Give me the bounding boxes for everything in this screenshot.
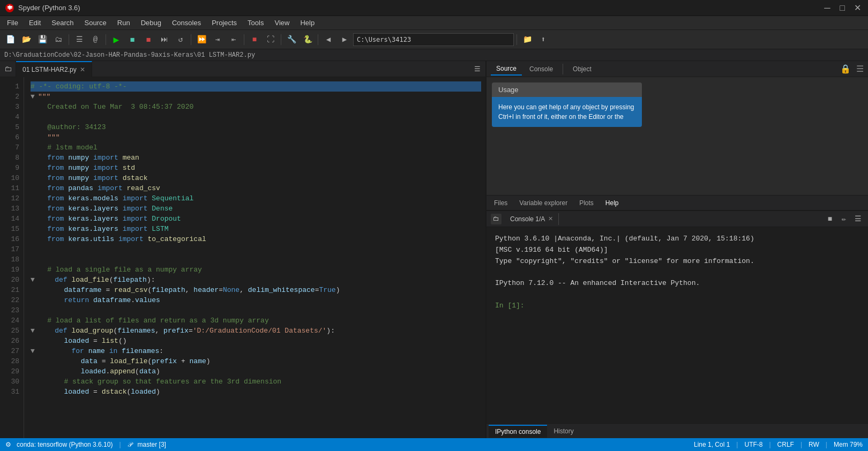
status-memory: Mem 79%: [834, 441, 863, 448]
help-menu-icon[interactable]: ☰: [856, 64, 864, 74]
tab-folder-icon: 🗀: [0, 61, 16, 77]
status-sep-3: |: [769, 441, 770, 448]
titlebar-left: 🕷 Spyder (Python 3.6): [5, 4, 80, 12]
toolbar-sep-7: [517, 34, 517, 45]
tab-menu-button[interactable]: ☰: [469, 61, 485, 77]
menu-run[interactable]: Run: [113, 18, 134, 28]
editor-panel: 🗀 01 LSTM-HAR2.py ✕ ☰ 12345 678910 11121…: [0, 61, 487, 438]
fullscreen-button[interactable]: ⛶: [263, 32, 278, 47]
menu-edit[interactable]: Edit: [25, 18, 45, 28]
statusbar: ⚙ conda: tensorflow (Python 3.6.10) | 𝒫 …: [0, 438, 868, 451]
status-git-icon: 𝒫: [128, 441, 132, 448]
usage-title: Usage: [492, 82, 642, 97]
help-tabs-sep: [563, 64, 563, 74]
status-encoding: UTF-8: [744, 441, 762, 448]
menu-consoles[interactable]: Consoles: [168, 18, 205, 28]
toolbar-sep-5: [281, 34, 281, 45]
help-panel: Source Console Object 🔒 ☰ Usage Here you…: [487, 61, 868, 211]
main-area: 🗀 01 LSTM-HAR2.py ✕ ☰ 12345 678910 11121…: [0, 61, 868, 438]
menu-debug[interactable]: Debug: [137, 18, 166, 28]
help-bottom-tabs: Files Variable explorer Plots Help: [487, 195, 868, 210]
titlebar: 🕷 Spyder (Python 3.6) ─ □ ✕: [0, 0, 868, 16]
help-lock-icon[interactable]: 🔒: [840, 64, 851, 74]
status-gear-icon: ⚙: [5, 441, 11, 448]
toolbar-sep-4: [244, 34, 244, 45]
step-button[interactable]: ⏭: [157, 32, 172, 47]
save-all-button[interactable]: 🗂: [51, 32, 66, 47]
console-icons: ■ ✏ ☰: [824, 213, 864, 225]
restart-button[interactable]: ↺: [173, 32, 188, 47]
console-stop-icon[interactable]: ■: [824, 213, 836, 225]
console-prompt: In [1]:: [495, 302, 525, 310]
at-button[interactable]: @: [88, 32, 103, 47]
cbt-ipython[interactable]: IPython console: [489, 425, 547, 438]
minimize-button[interactable]: ─: [822, 3, 833, 13]
wrench-button[interactable]: 🔧: [284, 32, 299, 47]
maximize-button[interactable]: □: [837, 3, 848, 13]
status-line-ending: CRLF: [777, 441, 794, 448]
menu-help[interactable]: Help: [296, 18, 319, 28]
back-button[interactable]: ◀: [321, 32, 336, 47]
status-sep-5: |: [826, 441, 827, 448]
titlebar-controls: ─ □ ✕: [822, 3, 863, 13]
indent-button[interactable]: ⇥: [210, 32, 225, 47]
hbt-plots[interactable]: Plots: [574, 198, 599, 208]
console-menu-icon[interactable]: ☰: [852, 213, 864, 225]
list-button[interactable]: ☰: [72, 32, 87, 47]
next-button[interactable]: ⏩: [194, 32, 209, 47]
help-tab-console[interactable]: Console: [524, 63, 558, 75]
run-current-button[interactable]: ◼: [141, 32, 156, 47]
editor-tabs: 🗀 01 LSTM-HAR2.py ✕ ☰: [0, 61, 485, 77]
tab-close-button[interactable]: ✕: [80, 66, 85, 73]
usage-box: Usage Here you can get help of any objec…: [492, 82, 642, 127]
code-content[interactable]: # -*- coding: utf-8 -*- ▼""" Created on …: [24, 77, 485, 438]
menu-tools[interactable]: Tools: [243, 18, 268, 28]
run-button[interactable]: ▶: [109, 32, 124, 47]
console-line-7: In [1]:: [495, 300, 859, 312]
menu-source[interactable]: Source: [80, 18, 111, 28]
filepath-text: D:\GraduationCode\02-Jason-HAR-Pandas-9a…: [4, 51, 255, 59]
console-line-1: Python 3.6.10 |Anaconda, Inc.| (default,…: [495, 234, 859, 245]
menu-view[interactable]: View: [270, 18, 294, 28]
status-git: master [3]: [138, 441, 166, 448]
open-file-button[interactable]: 📂: [19, 32, 34, 47]
python-button[interactable]: 🐍: [300, 32, 315, 47]
cbt-history[interactable]: History: [547, 425, 580, 437]
hbt-help[interactable]: Help: [600, 198, 624, 208]
hbt-varexp[interactable]: Variable explorer: [514, 198, 573, 208]
code-editor[interactable]: 12345 678910 1112131415 1617181920 21222…: [0, 77, 485, 438]
console-line-4: [495, 267, 859, 278]
open-folder-right-button[interactable]: 📁: [520, 32, 535, 47]
toolbar-sep-3: [191, 34, 191, 45]
status-conda: conda: tensorflow (Python 3.6.10): [17, 441, 113, 448]
forward-button[interactable]: ▶: [337, 32, 352, 47]
help-tab-source[interactable]: Source: [491, 63, 522, 76]
menu-file[interactable]: File: [3, 18, 23, 28]
unindent-button[interactable]: ⇤: [226, 32, 241, 47]
help-tab-object[interactable]: Object: [567, 63, 597, 75]
console-header: 🗀 Console 1/A ✕ ■ ✏ ☰: [487, 211, 868, 227]
statusbar-right: Line 1, Col 1 | UTF-8 | CRLF | RW | Mem …: [694, 441, 863, 448]
status-sep-1: |: [119, 441, 121, 448]
upload-button[interactable]: ⬆: [536, 32, 551, 47]
status-sep-4: |: [800, 441, 802, 448]
hbt-files[interactable]: Files: [489, 198, 513, 208]
menubar: File Edit Search Source Run Debug Consol…: [0, 16, 868, 30]
console-line-6: [495, 289, 859, 300]
run-config-button[interactable]: ◼: [125, 32, 140, 47]
spyder-logo: 🕷: [5, 4, 14, 12]
save-button[interactable]: 💾: [35, 32, 50, 47]
titlebar-title: Spyder (Python 3.6): [18, 4, 80, 12]
close-button[interactable]: ✕: [852, 3, 863, 13]
menu-search[interactable]: Search: [47, 18, 78, 28]
toolbar-sep-1: [69, 34, 69, 45]
menu-projects[interactable]: Projects: [207, 18, 241, 28]
console-bottom-tabs: IPython console History: [487, 423, 868, 438]
console-tab[interactable]: Console 1/A ✕: [505, 213, 559, 225]
path-input[interactable]: [353, 33, 514, 46]
editor-tab-active[interactable]: 01 LSTM-HAR2.py ✕: [16, 61, 92, 77]
console-tab-close[interactable]: ✕: [548, 215, 553, 222]
console-edit-icon[interactable]: ✏: [838, 213, 850, 225]
stop-button[interactable]: ■: [247, 32, 262, 47]
new-file-button[interactable]: 📄: [3, 32, 18, 47]
